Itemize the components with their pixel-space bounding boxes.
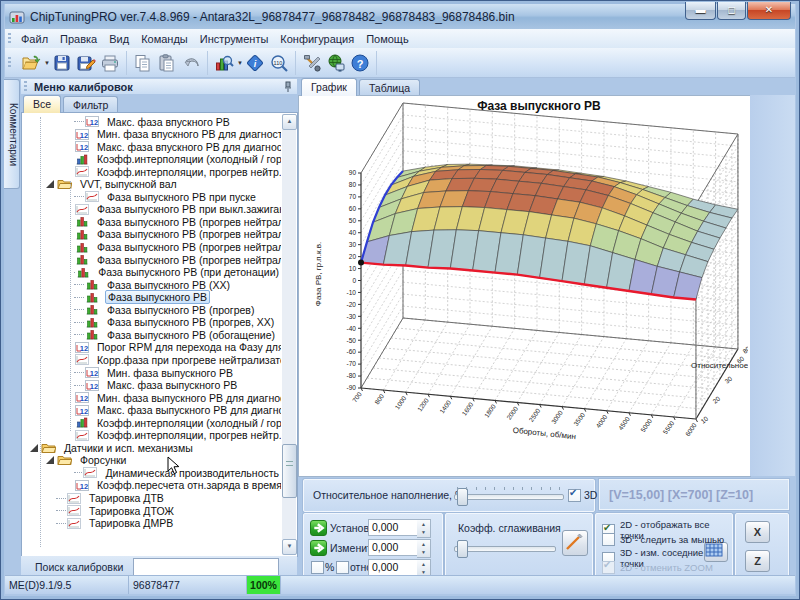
expand-arrow[interactable] bbox=[46, 456, 54, 464]
percent-checkbox[interactable] bbox=[311, 561, 324, 574]
open-file-button[interactable] bbox=[19, 51, 43, 75]
tree-item[interactable]: Корр.фаза при прогреве нейтрализатора bbox=[22, 353, 281, 366]
tree-item[interactable]: Фаза выпускного РВ (при детонации) bbox=[22, 266, 281, 279]
relative-value-input[interactable]: 0,000 bbox=[368, 559, 420, 576]
panel-grip[interactable] bbox=[24, 81, 27, 93]
tree-item[interactable]: Фаза выпускного РВ (прогрев нейтрал., хо… bbox=[22, 228, 281, 241]
tree-item[interactable]: 12Мин. фаза выпускного РВ для диагностик… bbox=[22, 391, 281, 404]
search-input[interactable] bbox=[133, 558, 279, 576]
comments-vertical-tab[interactable]: Комментарии bbox=[4, 79, 20, 189]
option-checkbox[interactable] bbox=[602, 561, 615, 574]
save-edit-button[interactable] bbox=[74, 51, 98, 75]
tree-item[interactable]: Фаза выпускного РВ (обогащение) bbox=[22, 328, 281, 341]
tree-item-selected[interactable]: Фаза выпускного РВ bbox=[22, 291, 281, 304]
paste-button[interactable] bbox=[155, 51, 179, 75]
info-diamond-button[interactable]: i bbox=[243, 51, 267, 75]
tree-item[interactable]: Тарировка ДТОЖ bbox=[22, 504, 281, 517]
tree-scrollbar[interactable]: ▲ ▼ bbox=[282, 114, 296, 555]
set-value-spinner[interactable]: ▲▼ bbox=[417, 519, 431, 538]
title-bar[interactable]: ChipTuningPRO ver.7.4.8.969 - Antara32L_… bbox=[5, 4, 795, 29]
tree-item[interactable]: Датчики и исп. механизмы bbox=[22, 441, 281, 454]
smoothing-label: Коэфф. сглаживания bbox=[458, 522, 561, 534]
tree-item[interactable]: Фаза выпускного РВ при пуске bbox=[22, 190, 281, 203]
menu-item-7[interactable]: Помощь bbox=[360, 31, 415, 47]
3d-checkbox[interactable] bbox=[568, 489, 581, 502]
set-value-input[interactable]: 0,000 bbox=[368, 519, 420, 536]
change-value-input[interactable]: 0,000 bbox=[368, 539, 420, 556]
tree-item[interactable]: 12Мин. фаза выпускного РВ bbox=[22, 366, 281, 379]
tree-item[interactable]: 12Макс. фаза впускного РВ для диагностик… bbox=[22, 140, 281, 153]
tree-item[interactable]: Тарировка ДМРВ bbox=[22, 517, 281, 530]
set-apply-button[interactable] bbox=[310, 520, 327, 536]
tree-item[interactable]: Фаза выпускного РВ (прогрев нейтрал., ХХ… bbox=[22, 241, 281, 254]
smoothing-slider-track[interactable] bbox=[454, 546, 556, 552]
close-button[interactable]: ✕ bbox=[747, 2, 791, 20]
curve-icon bbox=[75, 166, 92, 177]
toolbar-grip[interactable] bbox=[8, 57, 11, 69]
calibration-tab-2[interactable]: Фильтр bbox=[63, 96, 118, 113]
menu-item-5[interactable]: Инструменты bbox=[194, 31, 275, 47]
tree-item[interactable]: Фаза выпускного РВ при выкл.зажигания bbox=[22, 203, 281, 216]
x-axis-button[interactable]: X bbox=[745, 521, 770, 543]
tree-item[interactable]: Фаза выпускного РВ (ХХ) bbox=[22, 278, 281, 291]
fill-slider-track[interactable] bbox=[454, 494, 564, 500]
menu-item-6[interactable]: Конфигурация bbox=[274, 31, 360, 47]
tree-item[interactable]: Тарировка ДТВ bbox=[22, 492, 281, 505]
save-button[interactable] bbox=[50, 51, 74, 75]
undo-button[interactable] bbox=[179, 51, 203, 75]
tree-item[interactable]: 12Порог RPM для перехода на Фазу для реж… bbox=[22, 341, 281, 354]
menu-item-2[interactable]: Правка bbox=[54, 31, 103, 47]
tree-item[interactable]: Коэфф.интерполяции (холодный / горячий ) bbox=[22, 153, 281, 166]
menu-item-4[interactable]: Команды bbox=[135, 31, 194, 47]
tools-button[interactable] bbox=[300, 51, 324, 75]
view-tab-1[interactable]: График bbox=[301, 78, 357, 96]
scrollbar-thumb[interactable] bbox=[282, 444, 297, 498]
change-apply-button[interactable] bbox=[310, 540, 327, 556]
tree-item[interactable]: Фаза выпускного РВ (прогрев нейтрализато… bbox=[22, 215, 281, 228]
minimize-button[interactable]: ▬ bbox=[685, 2, 716, 20]
chart-search-button[interactable] bbox=[212, 51, 236, 75]
tree-item[interactable]: VVT, выпускной вал bbox=[22, 178, 281, 191]
calibration-tab-1[interactable]: Все bbox=[23, 95, 61, 113]
tree-item[interactable]: Коэфф.интерполяции, прогрев нейтр. (холо… bbox=[22, 165, 281, 178]
z-axis-button[interactable]: Z bbox=[745, 550, 770, 572]
expand-arrow[interactable] bbox=[30, 444, 38, 452]
surface-chart[interactable]: -90-80-70-60-50-40-30-20-100102030405060… bbox=[299, 96, 748, 474]
maximize-button[interactable]: ◻ bbox=[717, 2, 746, 20]
change-value-spinner[interactable]: ▲▼ bbox=[417, 539, 431, 558]
tree-item[interactable]: Динамическая производительность bbox=[22, 466, 281, 479]
relative-checkbox[interactable] bbox=[336, 561, 349, 574]
tree-item[interactable]: 12Коэфф.пересчета отн.заряда в время впр… bbox=[22, 479, 281, 492]
tree-item[interactable]: 12Макс. фаза выпускного РВ для диагности… bbox=[22, 404, 281, 417]
tree-item[interactable]: Фаза выпускного РВ (прогрев нейтрал., ХХ… bbox=[22, 253, 281, 266]
tree-item[interactable]: Фаза выпускного РВ (прогрев) bbox=[22, 303, 281, 316]
menu-item-3[interactable]: Вид bbox=[103, 31, 135, 47]
status-cell-3: 100% bbox=[247, 576, 281, 594]
zoom-percent-button[interactable]: 110 bbox=[267, 51, 291, 75]
expand-arrow[interactable] bbox=[46, 180, 54, 188]
tree-item[interactable]: 12Макс. фаза выпускного РВ bbox=[22, 379, 281, 392]
chart-area[interactable]: -90-80-70-60-50-40-30-20-100102030405060… bbox=[298, 95, 751, 477]
copy-button[interactable] bbox=[131, 51, 155, 75]
tree-item[interactable]: Фаза выпускного РВ (прогрев, ХХ) bbox=[22, 316, 281, 329]
fill-slider-thumb[interactable] bbox=[457, 488, 468, 506]
tree-item[interactable]: Форсунки bbox=[22, 454, 281, 467]
print-button[interactable] bbox=[98, 51, 122, 75]
tree-item[interactable]: Коэфф.интерполяции (холодный / горячий ) bbox=[22, 416, 281, 429]
smoothing-slider-thumb[interactable] bbox=[457, 540, 468, 558]
menu-item-1[interactable]: Файл bbox=[15, 31, 54, 47]
scroll-down-button[interactable]: ▼ bbox=[282, 539, 297, 555]
svg-text:12: 12 bbox=[80, 343, 88, 352]
option-checkbox[interactable] bbox=[602, 533, 615, 546]
edit-curve-button[interactable] bbox=[562, 530, 588, 556]
pin-icon[interactable] bbox=[283, 81, 293, 93]
tree-item[interactable]: Коэфф.интерполяции, прогрев нейтр. (холо… bbox=[22, 429, 281, 442]
help-button[interactable]: ? bbox=[348, 51, 372, 75]
tree-item[interactable]: 12Мин. фаза впускного РВ для диагностики bbox=[22, 128, 281, 141]
scroll-up-button[interactable]: ▲ bbox=[282, 114, 297, 130]
tree-item-label: Макс. фаза впускного РВ для диагностики bbox=[95, 141, 281, 153]
view-tab-2[interactable]: Таблица bbox=[359, 79, 420, 96]
menu-grip[interactable] bbox=[8, 33, 11, 45]
tree-item[interactable]: 12Макс. фаза впускного РВ bbox=[22, 115, 281, 128]
network-button[interactable] bbox=[324, 51, 348, 75]
